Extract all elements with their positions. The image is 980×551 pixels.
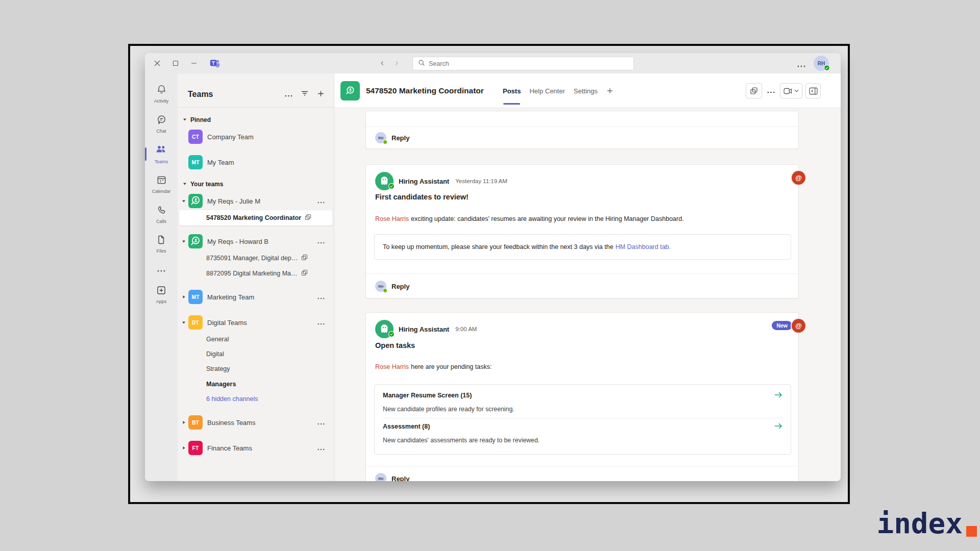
rail-item-calls[interactable]: Calls bbox=[145, 199, 178, 229]
team-row-company-team[interactable]: CT Company Team bbox=[178, 128, 334, 145]
workflows-button[interactable] bbox=[746, 83, 762, 98]
chevron-down-icon[interactable] bbox=[182, 181, 187, 188]
post-subject: First candidates to review! bbox=[375, 193, 469, 201]
mention-badge: @ bbox=[792, 319, 805, 333]
index-logo: index bbox=[876, 509, 977, 538]
team-avatar: DT bbox=[188, 315, 203, 330]
team-row-my-team[interactable]: MT My Team bbox=[178, 154, 334, 171]
panel-more-icon[interactable] bbox=[285, 90, 292, 99]
open-detail-pane-button[interactable] bbox=[805, 83, 821, 98]
hm-dashboard-link[interactable]: HM Dashboard tab. bbox=[616, 243, 671, 251]
posts-list: RH Reply Hiring Assistant Yesterda bbox=[334, 108, 841, 481]
chevron-down-icon[interactable] bbox=[182, 116, 187, 123]
chat-icon bbox=[156, 114, 167, 127]
filter-icon[interactable] bbox=[301, 90, 309, 99]
chevron-down-icon[interactable] bbox=[180, 320, 188, 325]
shared-channel-icon bbox=[301, 269, 308, 278]
logo-dot bbox=[966, 526, 977, 537]
reply-button[interactable]: RH Reply bbox=[375, 132, 409, 144]
team-row-my-reqs-howard[interactable]: My Reqs - Howard B bbox=[178, 233, 334, 250]
mention-rose-harris[interactable]: Rose Harris bbox=[375, 363, 409, 370]
team-options-icon[interactable] bbox=[317, 318, 325, 327]
task-description: New candidate profiles are ready for scr… bbox=[383, 402, 782, 416]
channel-more-icon[interactable] bbox=[767, 86, 775, 95]
team-row-finance-teams[interactable]: FT Finance Teams bbox=[178, 439, 334, 457]
tab-settings[interactable]: Settings bbox=[574, 73, 598, 108]
channel-row-8872095[interactable]: 8872095 Digital Marketing Ma… bbox=[178, 266, 334, 281]
hidden-channels-link[interactable]: 6 hidden channels bbox=[178, 391, 334, 407]
team-avatar: MT bbox=[188, 290, 203, 304]
team-options-icon[interactable] bbox=[317, 418, 325, 427]
new-badge: New bbox=[772, 321, 792, 330]
reply-button[interactable]: RH Reply bbox=[375, 280, 409, 292]
minimize-window-icon[interactable] bbox=[189, 58, 199, 68]
presence-dot-icon bbox=[383, 288, 387, 293]
team-options-icon[interactable] bbox=[317, 443, 325, 453]
chevron-down-icon[interactable] bbox=[180, 198, 188, 204]
channel-row-5478520-marketing-coordinator[interactable]: 5478520 Marketing Coordinator bbox=[179, 210, 332, 226]
team-row-digital-teams[interactable]: DT Digital Teams bbox=[178, 314, 334, 331]
channel-row-general[interactable]: General bbox=[178, 332, 334, 347]
channel-main: 5478520 Marketing Coordinator Posts Help… bbox=[334, 73, 841, 481]
arrow-right-icon[interactable] bbox=[774, 422, 782, 431]
team-row-my-reqs-julie[interactable]: My Reqs - Julie M bbox=[178, 192, 334, 210]
rail-item-activity[interactable]: Activity bbox=[145, 79, 178, 109]
task-row-manager-resume-screen[interactable]: Manager Resume Screen (15) bbox=[383, 389, 782, 402]
task-row-assessment[interactable]: Assessment (8) bbox=[383, 420, 782, 433]
team-row-business-teams[interactable]: BT Business Teams bbox=[178, 414, 334, 431]
presence-dot-icon bbox=[383, 140, 387, 144]
teams-logo-icon bbox=[209, 58, 220, 71]
team-avatar: MT bbox=[188, 155, 203, 169]
team-options-icon[interactable] bbox=[317, 292, 325, 302]
post-card-open-tasks: Hiring Assistant 9:00 AM New @ Open task… bbox=[365, 312, 799, 481]
titlebar: RH bbox=[145, 53, 841, 73]
rail-item-teams[interactable]: Teams bbox=[145, 139, 178, 169]
channel-row-digital[interactable]: Digital bbox=[178, 346, 334, 362]
channel-header: 5478520 Marketing Coordinator Posts Help… bbox=[334, 73, 841, 108]
teams-people-icon bbox=[155, 143, 167, 158]
mention-rose-harris[interactable]: Rose Harris bbox=[375, 215, 409, 222]
reqs-app-avatar bbox=[188, 194, 203, 208]
mention-badge: @ bbox=[792, 171, 805, 185]
add-tab-icon[interactable] bbox=[606, 73, 614, 108]
titlebar-more-icon[interactable] bbox=[797, 60, 805, 69]
post-author[interactable]: Hiring Assistant bbox=[399, 178, 449, 185]
bell-icon bbox=[156, 84, 167, 97]
post-author[interactable]: Hiring Assistant bbox=[399, 325, 449, 333]
rail-item-apps[interactable]: Apps bbox=[145, 280, 178, 310]
rail-item-chat[interactable]: Chat bbox=[145, 109, 178, 139]
post-header: Hiring Assistant 9:00 AM bbox=[375, 320, 477, 338]
post-subject: Open tasks bbox=[375, 341, 415, 349]
search-box[interactable] bbox=[412, 57, 634, 70]
close-window-icon[interactable] bbox=[152, 58, 162, 68]
search-input[interactable] bbox=[429, 60, 633, 67]
tab-posts[interactable]: Posts bbox=[503, 73, 521, 108]
user-avatar[interactable]: RH bbox=[814, 56, 829, 71]
section-your-teams[interactable]: Your teams bbox=[178, 178, 334, 190]
channel-row-8735091[interactable]: 8735091 Manager, Digital dep… bbox=[178, 251, 334, 266]
back-icon[interactable] bbox=[379, 60, 386, 69]
rail-item-files[interactable]: Files bbox=[145, 229, 178, 259]
forward-icon[interactable] bbox=[393, 60, 400, 69]
team-row-marketing-team[interactable]: MT Marketing Team bbox=[178, 288, 334, 306]
channel-row-managers[interactable]: Managers bbox=[178, 377, 334, 392]
chevron-right-icon[interactable] bbox=[180, 294, 188, 299]
section-pinned[interactable]: Pinned bbox=[178, 114, 334, 126]
tab-help-center[interactable]: Help Center bbox=[529, 73, 565, 108]
maximize-window-icon[interactable] bbox=[170, 58, 181, 68]
team-options-icon[interactable] bbox=[317, 237, 325, 246]
team-options-icon[interactable] bbox=[317, 196, 325, 206]
channel-row-strategy[interactable]: Strategy bbox=[178, 361, 334, 377]
chevron-down-icon[interactable] bbox=[180, 239, 188, 244]
arrow-right-icon[interactable] bbox=[774, 391, 782, 400]
rail-item-calendar[interactable]: Calendar bbox=[145, 169, 178, 199]
add-team-icon[interactable] bbox=[317, 90, 325, 99]
rail-item-more[interactable] bbox=[145, 259, 178, 280]
meet-button[interactable] bbox=[780, 83, 802, 98]
chevron-right-icon[interactable] bbox=[180, 445, 188, 450]
chevron-right-icon[interactable] bbox=[180, 420, 188, 425]
reply-button[interactable]: RH Reply bbox=[375, 472, 409, 481]
app-rail: Activity Chat Teams Calendar Calls bbox=[145, 73, 178, 481]
channel-title: 5478520 Marketing Coordinator bbox=[366, 73, 484, 108]
presence-available-icon bbox=[824, 65, 830, 72]
